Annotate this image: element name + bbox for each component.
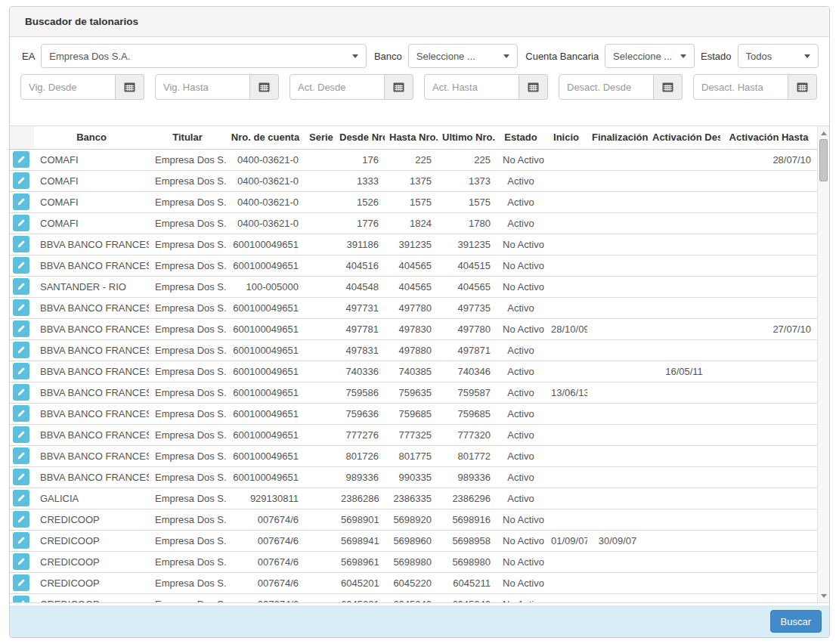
cell-activacion-desde (648, 466, 720, 488)
edit-row-button[interactable] (13, 490, 29, 506)
edit-row-button[interactable] (13, 172, 29, 189)
cell-ultimo-nro: 759587 (438, 382, 497, 403)
edit-row-button[interactable] (13, 469, 29, 485)
cell-desde-nro: 6045201 (335, 572, 385, 593)
cell-ultimo-nro: 225 (438, 149, 497, 170)
cell-hasta-nro: 497780 (385, 297, 438, 318)
vig-desde-input[interactable] (20, 74, 116, 100)
edit-row-button[interactable] (13, 553, 29, 570)
ea-select[interactable]: Empresa Dos S.A. (41, 44, 367, 68)
cell-inicio (545, 276, 587, 297)
banco-select[interactable]: Seleccione ... (408, 44, 519, 68)
calendar-icon (393, 82, 404, 92)
desact-hasta-calendar-button[interactable] (788, 74, 817, 100)
desact-hasta-input[interactable] (693, 74, 788, 100)
act-desde-input[interactable] (289, 74, 385, 100)
act-hasta-calendar-button[interactable] (519, 74, 548, 100)
vig-desde-group (20, 74, 144, 100)
edit-row-button[interactable] (13, 342, 29, 358)
col-header-finalizacion: Finalización (587, 126, 648, 149)
edit-row-button[interactable] (13, 532, 29, 549)
edit-row-button[interactable] (13, 405, 29, 422)
cell-nro-de-cuenta: 007674/6 (226, 551, 305, 572)
cell-titular: Empresa Dos S.A. (149, 551, 226, 572)
cell-titular: Empresa Dos S.A. (149, 212, 226, 234)
scroll-down-arrow-icon[interactable] (818, 590, 829, 601)
cell-titular: Empresa Dos S.A. (149, 530, 226, 551)
cell-serie (305, 255, 335, 276)
table-row: BBVA BANCO FRANCESEmpresa Dos S.A.600100… (10, 445, 817, 466)
vertical-scrollbar[interactable] (817, 126, 829, 602)
act-desde-calendar-button[interactable] (385, 74, 413, 100)
cell-ultimo-nro: 391235 (438, 234, 497, 255)
cell-desde-nro: 989336 (335, 466, 385, 488)
cell-inicio (545, 593, 587, 603)
cell-activacion-desde (648, 509, 720, 530)
table-row: BBVA BANCO FRANCESEmpresa Dos S.A.600100… (10, 297, 817, 318)
cell-titular: Empresa Dos S.A. (149, 466, 226, 488)
cell-inicio (545, 445, 587, 466)
pencil-icon (17, 155, 26, 164)
filter-row-dates (20, 75, 819, 99)
vig-desde-calendar-button[interactable] (116, 74, 144, 100)
edit-row-button[interactable] (13, 320, 29, 337)
cell-activacion-hasta (720, 572, 817, 593)
edit-row-button[interactable] (13, 574, 29, 591)
scrollbar-thumb[interactable] (819, 139, 828, 181)
cell-estado: No Activo (497, 234, 545, 255)
cuenta-bancaria-select[interactable]: Seleccione ... (605, 44, 695, 68)
edit-row-button[interactable] (13, 363, 29, 379)
cell-banco: COMAFI (34, 191, 149, 212)
chevron-down-icon (680, 54, 686, 58)
pencil-icon (17, 430, 26, 439)
edit-row-button[interactable] (13, 151, 29, 168)
pencil-icon (17, 494, 26, 503)
pencil-icon (17, 240, 26, 249)
vig-hasta-input[interactable] (155, 74, 250, 100)
edit-row-button[interactable] (13, 426, 29, 443)
pencil-icon (17, 282, 26, 291)
edit-row-button[interactable] (13, 447, 29, 464)
edit-row-button[interactable] (13, 596, 29, 603)
col-header-titular: Titular (149, 126, 226, 149)
table-row: CREDICOOPEmpresa Dos S.A.007674/65698901… (10, 509, 817, 530)
cell-estado: No Activo (497, 149, 545, 170)
scroll-up-arrow-icon[interactable] (818, 128, 829, 138)
cell-activacion-desde (648, 297, 720, 318)
cell-inicio (545, 339, 587, 361)
cell-estado: Activo (497, 191, 545, 212)
edit-row-button[interactable] (13, 194, 29, 210)
cell-estado: No Activo (497, 318, 545, 339)
cell-activacion-desde (648, 234, 720, 255)
vig-hasta-calendar-button[interactable] (250, 74, 279, 100)
cell-inicio (545, 424, 587, 445)
cell-activacion-hasta (720, 276, 817, 297)
pencil-icon (17, 557, 26, 566)
edit-row-button[interactable] (13, 299, 29, 316)
cell-nro-de-cuenta: 600100049651 (226, 255, 305, 276)
cell-nro-de-cuenta: 600100049651 (226, 466, 305, 488)
cell-finalizacion (587, 488, 648, 509)
cell-serie (305, 318, 335, 339)
cell-activacion-desde (648, 530, 720, 551)
buscar-button[interactable]: Buscar (770, 610, 822, 633)
edit-row-button[interactable] (13, 278, 29, 295)
ea-select-value: Empresa Dos S.A. (49, 51, 346, 62)
cell-desde-nro: 5698941 (335, 530, 385, 551)
cell-hasta-nro: 801775 (385, 445, 438, 466)
edit-row-button[interactable] (13, 215, 29, 231)
desact-desde-calendar-button[interactable] (654, 74, 683, 100)
edit-row-button[interactable] (13, 257, 29, 274)
cell-inicio (545, 234, 587, 255)
desact-desde-input[interactable] (559, 74, 654, 100)
edit-row-button[interactable] (13, 236, 29, 252)
cell-estado: No Activo (497, 551, 545, 572)
cell-banco: CREDICOOP (34, 551, 149, 572)
estado-select[interactable]: Todos (738, 44, 819, 68)
cell-edit (10, 170, 34, 191)
chevron-down-icon (804, 54, 810, 58)
edit-row-button[interactable] (13, 384, 29, 401)
edit-row-button[interactable] (13, 511, 29, 528)
act-hasta-input[interactable] (424, 74, 519, 100)
cell-edit (10, 466, 34, 488)
